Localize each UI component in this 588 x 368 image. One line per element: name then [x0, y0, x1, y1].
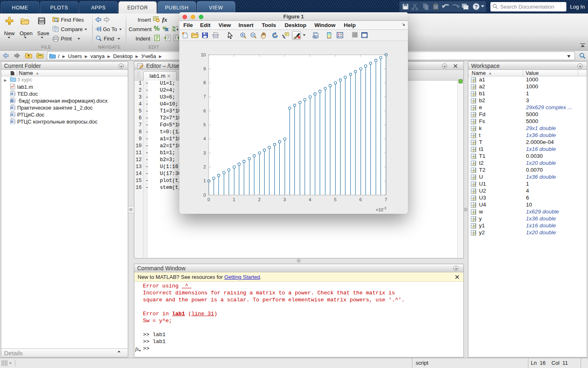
svg-text:7: 7: [385, 197, 387, 202]
svg-text:2: 2: [203, 164, 206, 169]
svg-text:8: 8: [203, 80, 206, 85]
svg-text:9: 9: [203, 66, 206, 71]
svg-text:×10-3: ×10-3: [376, 206, 387, 212]
svg-text:W: W: [11, 121, 13, 123]
svg-text:7: 7: [203, 94, 206, 99]
svg-text:3: 3: [203, 150, 206, 155]
svg-text:10: 10: [201, 52, 206, 57]
svg-text:%: %: [163, 25, 167, 31]
svg-text:W: W: [11, 107, 13, 109]
svg-text:1: 1: [233, 197, 235, 202]
svg-text:W: W: [11, 114, 13, 116]
svg-text:%: %: [154, 25, 159, 32]
svg-text:0: 0: [207, 197, 210, 202]
svg-text:1: 1: [203, 178, 206, 183]
svg-text:2: 2: [258, 197, 261, 202]
svg-text:6: 6: [203, 108, 206, 113]
svg-text:4: 4: [309, 197, 311, 202]
svg-text:6: 6: [359, 197, 362, 202]
svg-text:0: 0: [203, 193, 206, 197]
svg-text:3: 3: [283, 197, 286, 202]
svg-text:5: 5: [203, 122, 206, 127]
svg-text:%: %: [172, 28, 176, 32]
svg-text:5: 5: [334, 197, 336, 202]
svg-text:W: W: [11, 99, 13, 102]
svg-text:W: W: [11, 93, 13, 95]
svg-text:?: ?: [474, 4, 478, 10]
svg-text:4: 4: [203, 136, 206, 141]
